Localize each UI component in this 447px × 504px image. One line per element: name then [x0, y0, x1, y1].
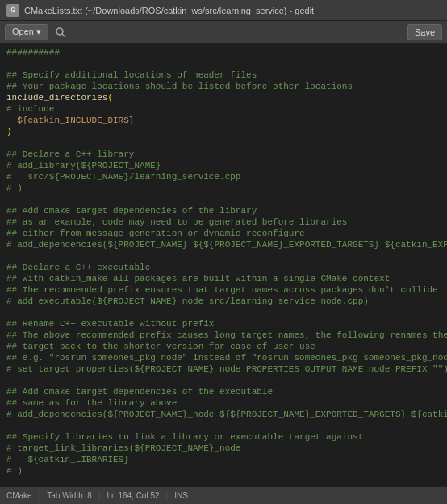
code-line: ## as an example, code may need to be ge… [0, 216, 447, 228]
code-line: # set_target_properties(${PROJECT_NAME}_… [0, 363, 447, 375]
code-line [0, 137, 447, 149]
code-line: ## target back to the shorter version fo… [0, 341, 447, 352]
code-line: ## Your package locations should be list… [0, 81, 447, 92]
code-line: ## Specify additional locations of heade… [0, 69, 447, 81]
open-button[interactable]: Open ▾ [5, 24, 48, 40]
code-line: # ${catkin_LIBRARIES} [0, 454, 447, 465]
code-line [0, 307, 447, 318]
statusbar: CMake | Tab Width: 8 | Ln 164, Col 52 | … [0, 486, 447, 504]
code-line: ## The above recommended prefix causes l… [0, 330, 447, 341]
search-icon [55, 27, 66, 38]
editor-area[interactable]: ########## ## Specify additional locatio… [0, 44, 447, 486]
code-line: ) [0, 126, 447, 137]
app-icon: G [6, 4, 19, 17]
code-line: include_directories( [0, 92, 447, 103]
code-line: ## Add cmake target dependencies of the … [0, 205, 447, 216]
statusbar-language: CMake [6, 491, 32, 500]
code-line [0, 420, 447, 431]
code-line: ## same as for the library above [0, 397, 447, 409]
code-line: ########## [0, 47, 447, 58]
code-line: ## e.g. "rosrun someones_pkg node" inste… [0, 352, 447, 363]
code-line [0, 58, 447, 69]
code-line: # add_dependencies(${PROJECT_NAME} ${${P… [0, 239, 447, 250]
code-line: # add_executable(${PROJECT_NAME}_node sr… [0, 296, 447, 307]
statusbar-tab-width[interactable]: Tab Width: 8 [47, 491, 92, 500]
code-line: ## The recommended prefix ensures that t… [0, 284, 447, 296]
code-line [0, 250, 447, 262]
code-line: ## either from message generation or dyn… [0, 228, 447, 239]
statusbar-mode: INS [174, 491, 188, 500]
code-line [0, 194, 447, 205]
search-button[interactable] [52, 27, 69, 38]
code-line: # ) [0, 465, 447, 477]
code-line: ## With catkin_make all packages are bui… [0, 273, 447, 284]
save-button[interactable]: Save [407, 24, 442, 40]
code-line [0, 477, 447, 486]
titlebar: G CMakeLists.txt (~/Downloads/ROS/catkin… [0, 0, 447, 21]
code-line: ${catkin_INCLUDE_DIRS} [0, 115, 447, 126]
code-line: ## Rename C++ executable without prefix [0, 318, 447, 330]
code-line: # add_library(${PROJECT_NAME} [0, 160, 447, 171]
code-line: # ) [0, 183, 447, 194]
code-line: ## Add cmake target dependencies of the … [0, 386, 447, 397]
code-line [0, 375, 447, 386]
code-line: # include [0, 103, 447, 115]
code-line: # add_dependencies(${PROJECT_NAME}_node … [0, 409, 447, 420]
toolbar: Open ▾ Save [0, 21, 447, 44]
statusbar-position: Ln 164, Col 52 [107, 491, 160, 500]
window-title: CMakeLists.txt (~/Downloads/ROS/catkin_w… [24, 6, 441, 15]
svg-point-0 [56, 28, 63, 35]
code-line: ## Specify libraries to link a library o… [0, 431, 447, 443]
code-line: ## Declare a C++ executable [0, 262, 447, 273]
code-line: ## Declare a C++ library [0, 149, 447, 160]
svg-line-1 [62, 34, 65, 37]
code-line: # target_link_libraries(${PROJECT_NAME}_… [0, 443, 447, 454]
code-line: # src/${PROJECT_NAME}/learning_service.c… [0, 171, 447, 183]
